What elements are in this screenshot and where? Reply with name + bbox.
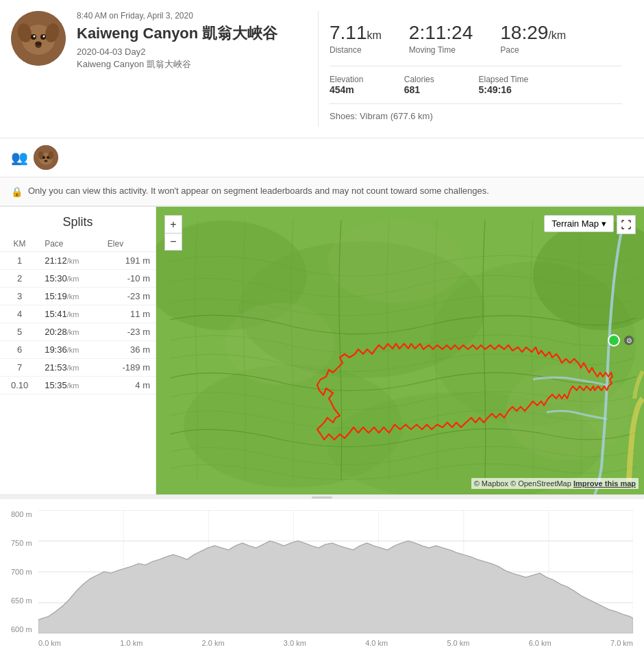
split-pace: 21:53/km bbox=[39, 359, 102, 377]
split-km: 7 bbox=[0, 359, 39, 377]
athlete-row: 👥 bbox=[0, 138, 644, 177]
zoom-out-button[interactable]: − bbox=[164, 233, 182, 251]
improve-map-link[interactable]: Improve this map bbox=[573, 479, 636, 488]
elevation-value: 454m bbox=[330, 84, 399, 95]
splits-title: Splits bbox=[0, 215, 156, 229]
pace-value-container: 18:29/km bbox=[500, 22, 566, 44]
svg-point-6 bbox=[34, 36, 36, 38]
moving-time-label: Moving Time bbox=[409, 45, 473, 55]
x-label-0: 0.0 km bbox=[38, 639, 61, 647]
elevation-y-axis: 800 m 750 m 700 m 650 m 600 m bbox=[11, 510, 38, 633]
calories-stat: Calories 681 bbox=[404, 75, 473, 95]
x-label-2: 2.0 km bbox=[202, 639, 225, 647]
splits-map-section: Splits KM Pace Elev 1 21:12/km 191 m 2 1… bbox=[0, 207, 644, 495]
split-pace: 15:35/km bbox=[39, 377, 102, 394]
x-label-6: 6.0 km bbox=[529, 639, 552, 647]
table-row: 1 21:12/km 191 m bbox=[0, 252, 156, 270]
y-label-600: 600 m bbox=[11, 625, 38, 633]
x-label-5: 5.0 km bbox=[447, 639, 469, 647]
svg-point-24 bbox=[225, 303, 334, 385]
elevation-stat: Elevation 454m bbox=[330, 75, 399, 95]
svg-point-13 bbox=[42, 156, 45, 159]
elevation-svg-container bbox=[38, 510, 633, 633]
moving-time-value: 2:11:24 bbox=[409, 22, 473, 44]
dropdown-icon: ▾ bbox=[602, 218, 606, 229]
split-km: 1 bbox=[0, 252, 39, 270]
split-elev: 36 m bbox=[102, 341, 156, 359]
map-controls: + − bbox=[164, 215, 182, 251]
activity-location: Kaiweng Canyon 凱翁大峽谷 bbox=[77, 58, 318, 71]
split-elev: 4 m bbox=[102, 377, 156, 394]
split-pace: 19:36/km bbox=[39, 341, 102, 359]
split-km: 5 bbox=[0, 323, 39, 341]
y-label-800: 800 m bbox=[11, 510, 38, 518]
splits-panel: Splits KM Pace Elev 1 21:12/km 191 m 2 1… bbox=[0, 207, 156, 494]
secondary-stats: Elevation 454m Calories 681 Elapsed Time… bbox=[330, 66, 622, 95]
svg-point-8 bbox=[35, 42, 42, 47]
stat-moving-time: 2:11:24 Moving Time bbox=[409, 22, 473, 55]
split-elev: 191 m bbox=[102, 252, 156, 270]
elevation-label: Elevation bbox=[330, 75, 399, 84]
x-label-3: 3.0 km bbox=[284, 639, 306, 647]
terrain-map-label: Terrain Map bbox=[552, 218, 599, 229]
activity-date: 2020-04-03 Day2 bbox=[77, 47, 318, 57]
col-elev: Elev bbox=[102, 236, 156, 252]
zoom-in-button[interactable]: + bbox=[164, 215, 182, 233]
table-row: 7 21:53/km -189 m bbox=[0, 359, 156, 377]
avatar bbox=[11, 11, 66, 66]
split-elev: -23 m bbox=[102, 323, 156, 341]
header-section: 8:40 AM on Friday, April 3, 2020 Kaiweng… bbox=[0, 0, 644, 138]
elevation-section: 800 m 750 m 700 m 650 m 600 m bbox=[0, 499, 644, 650]
split-km: 6 bbox=[0, 341, 39, 359]
split-elev: -23 m bbox=[102, 288, 156, 305]
main-stats: 7.11km Distance 2:11:24 Moving Time 18:2… bbox=[330, 16, 622, 55]
svg-point-23 bbox=[327, 221, 465, 303]
activity-info: 8:40 AM on Friday, April 3, 2020 Kaiweng… bbox=[77, 11, 318, 127]
y-label-700: 700 m bbox=[11, 568, 38, 576]
fullscreen-icon bbox=[621, 220, 631, 229]
activity-title: Kaiweng Canyon 凱翁大峽谷 bbox=[77, 23, 318, 44]
svg-point-26 bbox=[608, 335, 619, 346]
split-km: 0.10 bbox=[0, 377, 39, 394]
terrain-map-button[interactable]: Terrain Map ▾ bbox=[544, 215, 614, 232]
split-pace: 15:19/km bbox=[39, 288, 102, 305]
svg-point-7 bbox=[43, 36, 45, 38]
stats-section: 7.11km Distance 2:11:24 Moving Time 18:2… bbox=[318, 11, 633, 127]
svg-text:⚙: ⚙ bbox=[626, 337, 632, 344]
privacy-text: Only you can view this activity. It won'… bbox=[28, 186, 489, 196]
split-pace: 15:30/km bbox=[39, 270, 102, 288]
table-row: 6 19:36/km 36 m bbox=[0, 341, 156, 359]
y-label-650: 650 m bbox=[11, 596, 38, 605]
split-pace: 15:41/km bbox=[39, 305, 102, 323]
distance-value: 7.11km bbox=[330, 22, 382, 44]
athlete-avatar[interactable] bbox=[34, 145, 58, 170]
x-label-1: 1.0 km bbox=[120, 639, 143, 647]
map-attribution: © Mapbox © OpenStreetMap Improve this ma… bbox=[471, 478, 639, 489]
privacy-notice: 🔒 Only you can view this activity. It wo… bbox=[0, 177, 644, 207]
table-row: 5 20:28/km -23 m bbox=[0, 323, 156, 341]
stat-distance: 7.11km Distance bbox=[330, 22, 382, 55]
activity-time: 8:40 AM on Friday, April 3, 2020 bbox=[77, 11, 318, 21]
table-row: 3 15:19/km -23 m bbox=[0, 288, 156, 305]
calories-label: Calories bbox=[404, 75, 473, 84]
calories-value: 681 bbox=[404, 84, 473, 95]
x-label-7: 7.0 km bbox=[610, 639, 633, 647]
x-label-4: 4.0 km bbox=[365, 639, 388, 647]
elapsed-label: Elapsed Time bbox=[479, 75, 548, 84]
map-container[interactable]: ⚙ + − Terrain Map ▾ © Mapbox © OpenStree… bbox=[156, 207, 644, 494]
elapsed-stat: Elapsed Time 5:49:16 bbox=[479, 75, 548, 95]
col-pace: Pace bbox=[39, 236, 102, 252]
shoes-info: Shoes: Vibram (677.6 km) bbox=[330, 103, 622, 121]
lock-icon: 🔒 bbox=[11, 186, 23, 197]
people-icon: 👥 bbox=[11, 149, 28, 166]
table-row: 4 15:41/km 11 m bbox=[0, 305, 156, 323]
fullscreen-button[interactable] bbox=[617, 215, 636, 234]
elevation-chart: 800 m 750 m 700 m 650 m 600 m bbox=[11, 510, 633, 633]
col-km: KM bbox=[0, 236, 39, 252]
elevation-x-axis: 0.0 km 1.0 km 2.0 km 3.0 km 4.0 km 5.0 k… bbox=[38, 639, 633, 647]
split-elev: 11 m bbox=[102, 305, 156, 323]
distance-label: Distance bbox=[330, 45, 382, 55]
split-km: 3 bbox=[0, 288, 39, 305]
split-elev: -189 m bbox=[102, 359, 156, 377]
split-pace: 21:12/km bbox=[39, 252, 102, 270]
